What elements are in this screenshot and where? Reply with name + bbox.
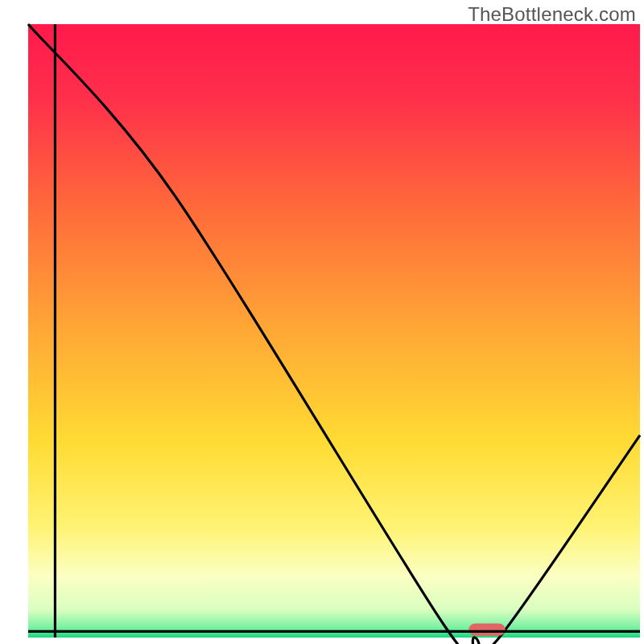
plot-background: [28, 24, 640, 638]
optimal-marker: [469, 623, 506, 635]
bottleneck-chart: [0, 0, 644, 644]
